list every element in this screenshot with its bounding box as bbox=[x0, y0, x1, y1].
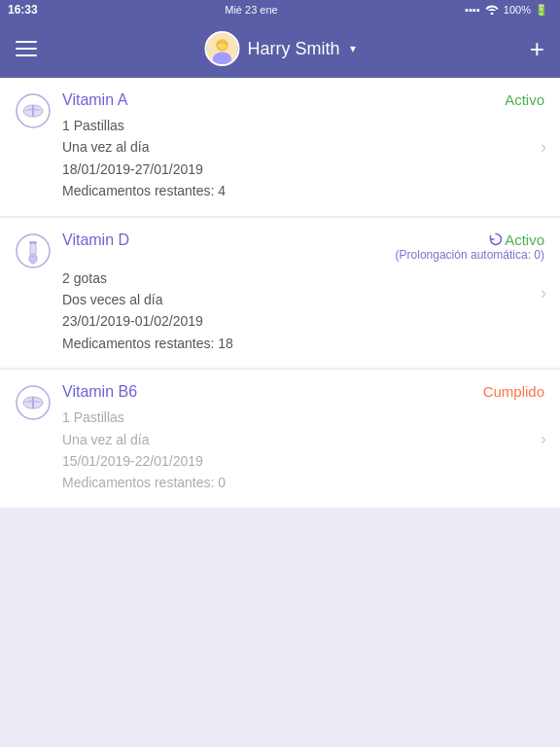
med-name: Vitamin D bbox=[62, 231, 129, 249]
chevron-right-icon: › bbox=[541, 428, 546, 448]
med-details: 1 PastillasUna vez al día15/01/2019-22/0… bbox=[62, 407, 544, 494]
med-icon bbox=[16, 93, 51, 128]
svg-rect-13 bbox=[32, 397, 34, 409]
svg-point-10 bbox=[29, 254, 37, 264]
medications-list: Vitamin A Activo 1 PastillasUna vez al d… bbox=[0, 78, 560, 508]
avatar bbox=[204, 31, 239, 66]
status-bar: 16:33 Mié 23 ene ▪▪▪▪ 100% 🔋 bbox=[0, 0, 560, 19]
menu-button[interactable] bbox=[16, 41, 37, 56]
chevron-right-icon: › bbox=[541, 136, 546, 157]
wifi-label bbox=[484, 3, 500, 17]
med-status-badge: Activo (Prolongación automática: 0) bbox=[396, 231, 544, 262]
username-label: Harry Smith bbox=[247, 39, 339, 59]
status-right: ▪▪▪▪ 100% 🔋 bbox=[465, 3, 548, 17]
chevron-right-icon: › bbox=[541, 282, 546, 302]
med-details: 2 gotasDos veces al día23/01/2019-01/02/… bbox=[62, 267, 544, 355]
battery-icon: 🔋 bbox=[535, 4, 548, 17]
dropdown-chevron-icon: ▾ bbox=[350, 42, 356, 55]
status-date: Mié 23 ene bbox=[225, 4, 277, 16]
svg-rect-6 bbox=[32, 105, 34, 117]
wifi-icon: ▪▪▪▪ bbox=[465, 4, 480, 16]
header: Harry Smith ▾ + bbox=[0, 19, 560, 78]
med-info: Vitamin A Activo 1 PastillasUna vez al d… bbox=[62, 91, 544, 202]
med-details: 1 PastillasUna vez al día18/01/2019-27/0… bbox=[62, 115, 544, 202]
med-icon bbox=[16, 385, 51, 420]
med-info: Vitamin D Activo (Prolongación automátic… bbox=[62, 231, 544, 355]
med-card[interactable]: Vitamin B6 Cumplido 1 PastillasUna vez a… bbox=[0, 370, 560, 508]
med-status-badge: Cumplido bbox=[483, 383, 544, 400]
add-button[interactable]: + bbox=[530, 36, 544, 61]
med-status-badge: Activo bbox=[505, 91, 544, 108]
status-time: 16:33 bbox=[8, 3, 38, 17]
header-user[interactable]: Harry Smith ▾ bbox=[204, 31, 355, 66]
battery-label: 100% bbox=[504, 4, 531, 16]
med-icon bbox=[16, 233, 51, 268]
med-card[interactable]: Vitamin A Activo 1 PastillasUna vez al d… bbox=[0, 78, 560, 216]
med-name: Vitamin B6 bbox=[62, 383, 137, 401]
med-card[interactable]: Vitamin D Activo (Prolongación automátic… bbox=[0, 218, 560, 369]
med-name: Vitamin A bbox=[62, 91, 127, 109]
med-info: Vitamin B6 Cumplido 1 PastillasUna vez a… bbox=[62, 383, 544, 494]
